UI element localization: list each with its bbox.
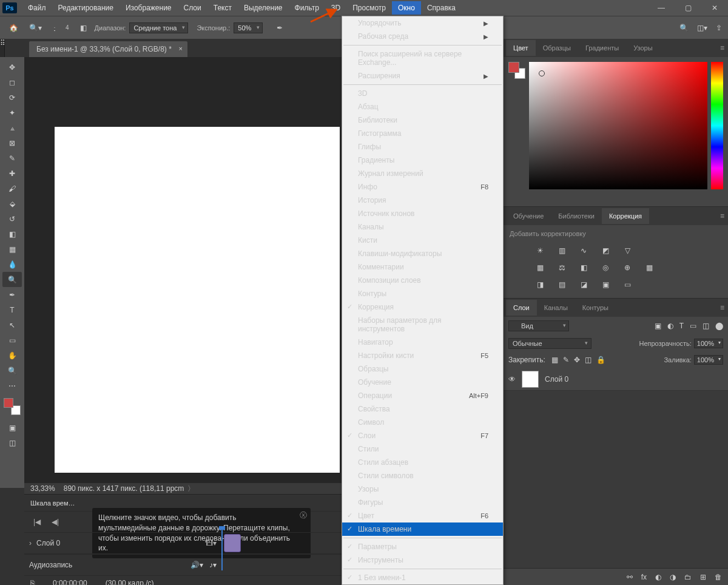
levels-icon[interactable]: ▥	[556, 246, 568, 255]
menu-item[interactable]: ✓СлоиF7	[342, 429, 503, 442]
tab-gradients[interactable]: Градиенты	[578, 40, 626, 56]
threshold-icon[interactable]: ◪	[578, 280, 590, 289]
menu-item[interactable]: Источник клонов	[342, 207, 503, 220]
fill-input[interactable]: 100%	[694, 355, 723, 365]
menu-item[interactable]: Расширения▶	[342, 69, 503, 83]
clip[interactable]	[224, 534, 241, 552]
menu-item[interactable]: Градиенты	[342, 154, 503, 167]
healing-tool[interactable]: ✚	[2, 166, 22, 181]
current-tool-icon[interactable]: 🔍▾	[27, 19, 44, 36]
menu-item[interactable]: Библиотеки	[342, 113, 503, 127]
opacity-input[interactable]: 100%	[694, 339, 723, 348]
lasso-tool[interactable]: ⟳	[2, 90, 22, 105]
filter-type-icon[interactable]: T	[679, 322, 684, 330]
type-tool[interactable]: T	[2, 302, 22, 317]
color-field[interactable]	[529, 62, 707, 189]
panel-menu-icon[interactable]: ≡	[720, 212, 724, 220]
menu-item[interactable]: Глифы	[342, 140, 503, 154]
tab-adjustments[interactable]: Коррекция	[602, 208, 649, 224]
close-button[interactable]: ✕	[701, 0, 728, 16]
crop-tool[interactable]: ⟁	[2, 120, 22, 135]
tablet-pressure-icon[interactable]: ◧	[75, 19, 92, 36]
hand-tool[interactable]: ✋	[2, 348, 22, 363]
menu-3d[interactable]: 3D	[325, 1, 346, 15]
exposure-icon[interactable]: ◩	[599, 246, 612, 255]
gradient-map-icon[interactable]: ▭	[621, 280, 633, 289]
quickmask-tool[interactable]: ▣	[2, 420, 22, 435]
filter-adjust-icon[interactable]: ◐	[667, 322, 673, 330]
mask-icon[interactable]: ◐	[655, 573, 661, 581]
lock-all-icon[interactable]: 🔒	[596, 356, 605, 364]
menu-окно[interactable]: Окно	[392, 1, 421, 15]
quick-select-tool[interactable]: ✦	[2, 105, 22, 120]
brightness-icon[interactable]: ☀	[534, 246, 546, 255]
menu-item[interactable]: Кисти	[342, 234, 503, 247]
panel-menu-icon[interactable]: ≡	[720, 303, 724, 312]
path-select-tool[interactable]: ↖	[2, 317, 22, 333]
brush-preset-icon[interactable]: ·	[46, 19, 63, 36]
menu-item[interactable]: Контуры	[342, 287, 503, 300]
menu-item[interactable]: Свойства	[342, 402, 503, 416]
menu-item[interactable]: Навигатор	[342, 336, 503, 349]
menu-текст[interactable]: Текст	[207, 1, 238, 15]
lock-artboard-icon[interactable]: ◫	[585, 356, 592, 364]
menu-item[interactable]: ✓Инструменты	[342, 553, 503, 567]
menu-item[interactable]: Упорядочить▶	[342, 16, 503, 30]
filter-toggle-icon[interactable]: ⬤	[715, 322, 723, 330]
tab-paths[interactable]: Контуры	[575, 300, 616, 316]
menu-item[interactable]: Наборы параметров для инструментов	[342, 314, 503, 336]
stamp-tool[interactable]: ⬙	[2, 196, 22, 211]
new-layer-icon[interactable]: ⊞	[700, 573, 706, 581]
screenmode-tool[interactable]: ◫	[2, 435, 22, 450]
shape-tool[interactable]: ▭	[2, 333, 22, 348]
first-frame-button[interactable]: |◀	[30, 515, 44, 529]
filter-smart-icon[interactable]: ◫	[703, 322, 709, 330]
music-icon[interactable]: ♪▾	[209, 561, 217, 569]
timeline-menu-icon[interactable]: ⎘	[30, 579, 35, 585]
pen-tool[interactable]: ✒	[2, 287, 22, 302]
menu-изображение[interactable]: Изображение	[120, 1, 178, 15]
menu-item[interactable]: Абзац	[342, 100, 503, 113]
delete-icon[interactable]: 🗑	[715, 573, 722, 581]
menu-item[interactable]: Символ	[342, 416, 503, 429]
menu-item[interactable]: ✓Параметры	[342, 540, 503, 553]
menu-item[interactable]: Образцы	[342, 362, 503, 376]
airbrush-icon[interactable]: ✒	[271, 19, 288, 36]
menu-item[interactable]: История	[342, 194, 503, 207]
menu-редактирование[interactable]: Редактирование	[52, 1, 120, 15]
close-tab-icon[interactable]: ×	[178, 45, 182, 52]
share-icon[interactable]: ⇪	[716, 24, 722, 32]
move-tool[interactable]: ✥	[2, 59, 22, 75]
menu-item[interactable]: ОперацииAlt+F9	[342, 389, 503, 402]
tooltip-close-icon[interactable]: ⓧ	[300, 510, 307, 521]
menu-item[interactable]: Настройки кистиF5	[342, 349, 503, 362]
playhead[interactable]	[221, 530, 223, 570]
vibrance-icon[interactable]: ▽	[621, 246, 633, 255]
menu-item[interactable]: Гистограмма	[342, 127, 503, 140]
menu-item[interactable]: Рабочая среда▶	[342, 30, 503, 43]
track-expand-icon[interactable]: ›	[29, 539, 32, 547]
photo-filter-icon[interactable]: ◎	[599, 263, 612, 272]
menu-item[interactable]: Стили	[342, 442, 503, 456]
curves-icon[interactable]: ∿	[578, 246, 590, 255]
tab-libraries[interactable]: Библиотеки	[551, 208, 602, 224]
tab-color[interactable]: Цвет	[506, 40, 536, 56]
fx-icon[interactable]: fx	[641, 573, 647, 581]
panel-handle[interactable]: ⠿	[0, 39, 5, 57]
blend-mode-select[interactable]: Обычные	[508, 338, 592, 349]
menu-item[interactable]: ✓1 Без имени-1	[342, 571, 503, 584]
menu-item[interactable]: Узоры	[342, 482, 503, 496]
exposure-select[interactable]: 50%	[234, 22, 263, 33]
eyedropper-tool[interactable]: ✎	[2, 150, 22, 166]
tab-swatches[interactable]: Образцы	[536, 40, 578, 56]
filter-shape-icon[interactable]: ▭	[690, 322, 696, 330]
search-icon[interactable]: 🔍	[679, 24, 689, 32]
range-select[interactable]: Средние тона	[129, 22, 188, 33]
eraser-tool[interactable]: ◧	[2, 226, 22, 242]
layer-row[interactable]: 👁 Слой 0	[504, 368, 728, 391]
menu-item[interactable]: Обучение	[342, 376, 503, 389]
selective-icon[interactable]: ▣	[599, 280, 612, 289]
invert-icon[interactable]: ◨	[534, 280, 546, 289]
balance-icon[interactable]: ⚖	[556, 263, 568, 272]
marquee-tool[interactable]: ◻	[2, 75, 22, 90]
